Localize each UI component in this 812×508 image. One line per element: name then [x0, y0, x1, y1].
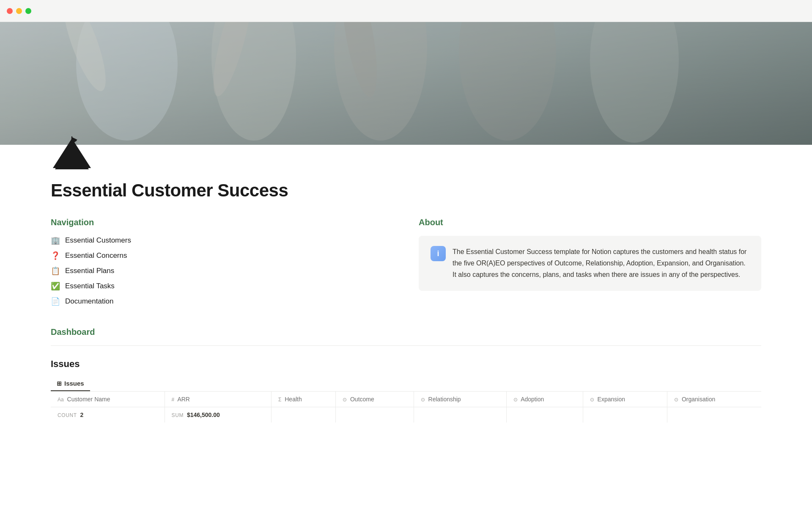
page-title: Essential Customer Success: [51, 180, 761, 201]
table-header-row: Aa Customer Name # ARR Σ Health: [51, 392, 761, 407]
about-text: The Essential Customer Success template …: [453, 246, 749, 281]
nav-item-tasks[interactable]: ✅ Essential Tasks: [51, 282, 393, 291]
count-value: 2: [80, 411, 84, 418]
mountain-icon: [51, 136, 93, 170]
col-type-outcome: ⊙: [343, 397, 347, 403]
minimize-button[interactable]: [16, 8, 22, 14]
info-icon: i: [431, 246, 446, 261]
tab-issues[interactable]: ⊞ Issues: [51, 376, 90, 391]
footer-organisation-cell: [667, 407, 762, 423]
about-heading: About: [419, 218, 761, 227]
col-type-customer: Aa: [58, 397, 64, 403]
plans-icon: 📋: [51, 266, 60, 276]
col-health[interactable]: Σ Health: [271, 392, 335, 407]
close-button[interactable]: [7, 8, 13, 14]
col-relationship[interactable]: ⊙ Relationship: [414, 392, 506, 407]
two-column-layout: Navigation 🏢 Essential Customers ❓ Essen…: [0, 218, 812, 327]
about-box: i The Essential Customer Success templat…: [419, 236, 761, 291]
dashboard-divider: [51, 345, 761, 346]
tasks-icon: ✅: [51, 282, 60, 291]
footer-count-cell: COUNT 2: [51, 407, 165, 423]
footer-sum-cell: SUM $146,500.00: [165, 407, 271, 423]
svg-marker-12: [55, 141, 89, 169]
nav-item-concerns[interactable]: ❓ Essential Concerns: [51, 251, 393, 260]
about-section: About i The Essential Customer Success t…: [419, 218, 761, 306]
issues-title: Issues: [51, 359, 761, 370]
title-bar: [0, 0, 812, 22]
col-label-adoption: Adoption: [521, 396, 544, 403]
nav-label-plans: Essential Plans: [65, 267, 114, 275]
navigation-section: Navigation 🏢 Essential Customers ❓ Essen…: [51, 218, 393, 306]
nav-label-concerns: Essential Concerns: [65, 251, 127, 260]
sum-value: $146,500.00: [187, 411, 220, 418]
issues-table: Aa Customer Name # ARR Σ Health: [51, 392, 761, 422]
main-content: Essential Customer Success Navigation 🏢 …: [0, 0, 812, 448]
navigation-list: 🏢 Essential Customers ❓ Essential Concer…: [51, 236, 393, 306]
issues-tabs: ⊞ Issues: [51, 376, 761, 392]
customers-icon: 🏢: [51, 236, 60, 245]
tab-issues-label: Issues: [64, 380, 84, 387]
footer-outcome-cell: [336, 407, 414, 423]
col-label-outcome: Outcome: [350, 396, 374, 403]
col-label-relationship: Relationship: [428, 396, 461, 403]
navigation-heading: Navigation: [51, 218, 393, 227]
hero-image: [0, 22, 812, 145]
concerns-icon: ❓: [51, 251, 60, 260]
col-type-health: Σ: [278, 397, 281, 403]
maximize-button[interactable]: [25, 8, 31, 14]
col-label-organisation: Organisation: [682, 396, 715, 403]
col-type-adoption: ⊙: [513, 397, 518, 403]
col-outcome[interactable]: ⊙ Outcome: [336, 392, 414, 407]
count-label: COUNT: [58, 412, 77, 418]
dashboard-heading: Dashboard: [51, 327, 761, 337]
nav-item-plans[interactable]: 📋 Essential Plans: [51, 266, 393, 276]
nav-label-tasks: Essential Tasks: [65, 282, 115, 290]
col-type-relationship: ⊙: [421, 397, 425, 403]
dashboard-section: Dashboard Issues ⊞ Issues Aa: [0, 327, 812, 448]
footer-health-cell: [271, 407, 335, 423]
col-label-expansion: Expansion: [598, 396, 625, 403]
table-footer-row: COUNT 2 SUM $146,500.00: [51, 407, 761, 423]
col-type-expansion: ⊙: [590, 397, 594, 403]
nav-label-customers: Essential Customers: [65, 236, 131, 245]
page-title-section: Essential Customer Success: [0, 172, 812, 218]
col-label-health: Health: [285, 396, 302, 403]
col-expansion[interactable]: ⊙ Expansion: [583, 392, 667, 407]
table-scroll: Aa Customer Name # ARR Σ Health: [51, 392, 761, 422]
logo-section: [0, 136, 812, 172]
col-label-customer: Customer Name: [67, 396, 110, 403]
col-adoption[interactable]: ⊙ Adoption: [507, 392, 583, 407]
col-arr[interactable]: # ARR: [165, 392, 271, 407]
sum-label: SUM: [172, 412, 184, 418]
nav-item-customers[interactable]: 🏢 Essential Customers: [51, 236, 393, 245]
documentation-icon: 📄: [51, 297, 60, 306]
tab-issues-icon: ⊞: [57, 380, 62, 387]
nav-item-documentation[interactable]: 📄 Documentation: [51, 297, 393, 306]
col-customer-name[interactable]: Aa Customer Name: [51, 392, 165, 407]
col-type-organisation: ⊙: [674, 397, 678, 403]
nav-label-documentation: Documentation: [65, 297, 113, 306]
footer-adoption-cell: [507, 407, 583, 423]
col-label-arr: ARR: [177, 396, 190, 403]
footer-relationship-cell: [414, 407, 506, 423]
col-organisation[interactable]: ⊙ Organisation: [667, 392, 762, 407]
issues-container: Issues ⊞ Issues Aa Customer Name: [51, 359, 761, 422]
col-type-arr: #: [172, 397, 175, 403]
footer-expansion-cell: [583, 407, 667, 423]
